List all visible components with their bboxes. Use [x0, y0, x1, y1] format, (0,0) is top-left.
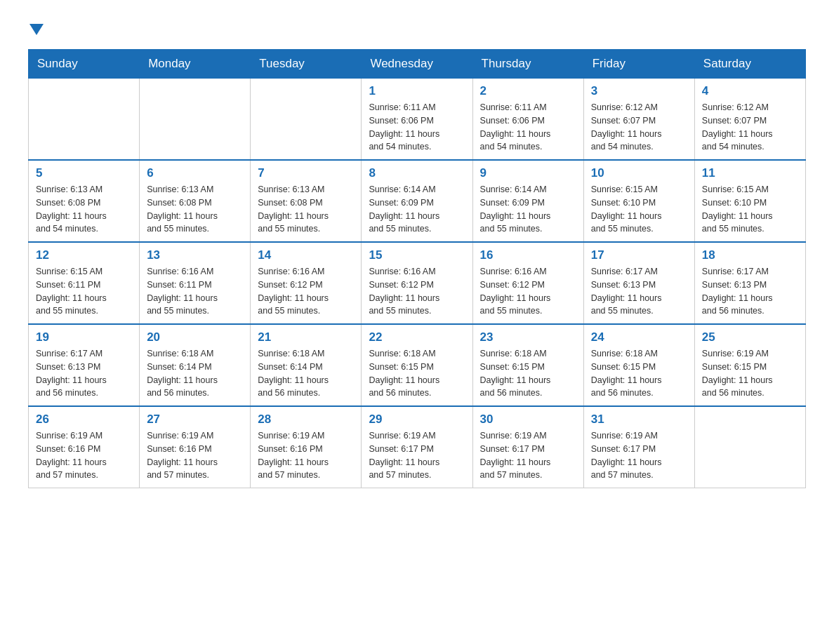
calendar-header-row: SundayMondayTuesdayWednesdayThursdayFrid… — [29, 50, 806, 79]
calendar-header-thursday: Thursday — [472, 50, 583, 79]
calendar-cell: 25Sunrise: 6:19 AM Sunset: 6:15 PM Dayli… — [694, 324, 805, 406]
calendar-cell: 21Sunrise: 6:18 AM Sunset: 6:14 PM Dayli… — [251, 324, 362, 406]
day-number: 31 — [591, 412, 687, 427]
calendar-header-saturday: Saturday — [694, 50, 805, 79]
day-info: Sunrise: 6:14 AM Sunset: 6:09 PM Dayligh… — [480, 183, 576, 236]
calendar-cell — [251, 79, 362, 161]
calendar-cell: 14Sunrise: 6:16 AM Sunset: 6:12 PM Dayli… — [251, 242, 362, 324]
day-number: 24 — [591, 330, 687, 344]
calendar-cell: 10Sunrise: 6:15 AM Sunset: 6:10 PM Dayli… — [583, 160, 694, 242]
day-number: 11 — [702, 166, 798, 180]
day-number: 8 — [369, 166, 465, 180]
calendar-week-row: 5Sunrise: 6:13 AM Sunset: 6:08 PM Daylig… — [29, 160, 806, 242]
day-info: Sunrise: 6:16 AM Sunset: 6:12 PM Dayligh… — [480, 265, 576, 318]
calendar-cell: 26Sunrise: 6:19 AM Sunset: 6:16 PM Dayli… — [29, 406, 140, 488]
day-number: 17 — [591, 248, 687, 262]
day-number: 19 — [36, 330, 132, 344]
day-number: 23 — [480, 330, 576, 344]
day-number: 22 — [369, 330, 465, 344]
calendar-cell: 3Sunrise: 6:12 AM Sunset: 6:07 PM Daylig… — [583, 79, 694, 161]
day-number: 9 — [480, 166, 576, 180]
calendar-week-row: 1Sunrise: 6:11 AM Sunset: 6:06 PM Daylig… — [29, 79, 806, 161]
calendar-cell: 23Sunrise: 6:18 AM Sunset: 6:15 PM Dayli… — [472, 324, 583, 406]
calendar-cell: 31Sunrise: 6:19 AM Sunset: 6:17 PM Dayli… — [583, 406, 694, 488]
day-number: 1 — [369, 84, 465, 98]
calendar-week-row: 19Sunrise: 6:17 AM Sunset: 6:13 PM Dayli… — [29, 324, 806, 406]
calendar-cell: 22Sunrise: 6:18 AM Sunset: 6:15 PM Dayli… — [362, 324, 472, 406]
calendar-cell: 9Sunrise: 6:14 AM Sunset: 6:09 PM Daylig… — [472, 160, 583, 242]
day-number: 29 — [369, 412, 465, 427]
day-number: 3 — [591, 84, 687, 98]
day-number: 15 — [369, 248, 465, 262]
calendar-cell: 8Sunrise: 6:14 AM Sunset: 6:09 PM Daylig… — [362, 160, 472, 242]
day-number: 7 — [258, 166, 354, 180]
calendar-cell: 19Sunrise: 6:17 AM Sunset: 6:13 PM Dayli… — [29, 324, 140, 406]
day-number: 2 — [480, 84, 576, 98]
day-info: Sunrise: 6:13 AM Sunset: 6:08 PM Dayligh… — [147, 183, 243, 236]
calendar-cell: 24Sunrise: 6:18 AM Sunset: 6:15 PM Dayli… — [583, 324, 694, 406]
calendar-table: SundayMondayTuesdayWednesdayThursdayFrid… — [28, 49, 806, 488]
day-info: Sunrise: 6:11 AM Sunset: 6:06 PM Dayligh… — [480, 101, 576, 154]
logo-arrow-icon — [28, 21, 44, 35]
day-info: Sunrise: 6:19 AM Sunset: 6:16 PM Dayligh… — [258, 429, 354, 482]
day-info: Sunrise: 6:15 AM Sunset: 6:10 PM Dayligh… — [702, 183, 798, 236]
calendar-week-row: 26Sunrise: 6:19 AM Sunset: 6:16 PM Dayli… — [29, 406, 806, 488]
day-info: Sunrise: 6:15 AM Sunset: 6:10 PM Dayligh… — [591, 183, 687, 236]
calendar-header-tuesday: Tuesday — [251, 50, 362, 79]
calendar-header-friday: Friday — [583, 50, 694, 79]
day-info: Sunrise: 6:18 AM Sunset: 6:15 PM Dayligh… — [369, 347, 465, 400]
day-info: Sunrise: 6:18 AM Sunset: 6:14 PM Dayligh… — [147, 347, 243, 400]
calendar-cell: 1Sunrise: 6:11 AM Sunset: 6:06 PM Daylig… — [362, 79, 472, 161]
calendar-header-sunday: Sunday — [29, 50, 140, 79]
day-number: 26 — [36, 412, 132, 427]
calendar-cell: 16Sunrise: 6:16 AM Sunset: 6:12 PM Dayli… — [472, 242, 583, 324]
calendar-cell: 29Sunrise: 6:19 AM Sunset: 6:17 PM Dayli… — [362, 406, 472, 488]
calendar-header-monday: Monday — [140, 50, 251, 79]
calendar-cell: 7Sunrise: 6:13 AM Sunset: 6:08 PM Daylig… — [251, 160, 362, 242]
day-number: 5 — [36, 166, 132, 180]
day-info: Sunrise: 6:19 AM Sunset: 6:17 PM Dayligh… — [369, 429, 465, 482]
day-number: 10 — [591, 166, 687, 180]
day-info: Sunrise: 6:12 AM Sunset: 6:07 PM Dayligh… — [591, 101, 687, 154]
calendar-cell: 5Sunrise: 6:13 AM Sunset: 6:08 PM Daylig… — [29, 160, 140, 242]
calendar-cell — [29, 79, 140, 161]
day-number: 16 — [480, 248, 576, 262]
day-info: Sunrise: 6:19 AM Sunset: 6:16 PM Dayligh… — [36, 429, 132, 482]
day-info: Sunrise: 6:16 AM Sunset: 6:11 PM Dayligh… — [147, 265, 243, 318]
day-info: Sunrise: 6:13 AM Sunset: 6:08 PM Dayligh… — [36, 183, 132, 236]
calendar-cell: 30Sunrise: 6:19 AM Sunset: 6:17 PM Dayli… — [472, 406, 583, 488]
day-info: Sunrise: 6:19 AM Sunset: 6:15 PM Dayligh… — [702, 347, 798, 400]
day-info: Sunrise: 6:18 AM Sunset: 6:15 PM Dayligh… — [480, 347, 576, 400]
calendar-cell: 2Sunrise: 6:11 AM Sunset: 6:06 PM Daylig… — [472, 79, 583, 161]
day-info: Sunrise: 6:15 AM Sunset: 6:11 PM Dayligh… — [36, 265, 132, 318]
day-number: 30 — [480, 412, 576, 427]
calendar-cell: 15Sunrise: 6:16 AM Sunset: 6:12 PM Dayli… — [362, 242, 472, 324]
calendar-cell: 28Sunrise: 6:19 AM Sunset: 6:16 PM Dayli… — [251, 406, 362, 488]
day-number: 6 — [147, 166, 243, 180]
day-number: 28 — [258, 412, 354, 427]
calendar-cell: 13Sunrise: 6:16 AM Sunset: 6:11 PM Dayli… — [140, 242, 251, 324]
day-info: Sunrise: 6:17 AM Sunset: 6:13 PM Dayligh… — [591, 265, 687, 318]
calendar-cell: 27Sunrise: 6:19 AM Sunset: 6:16 PM Dayli… — [140, 406, 251, 488]
day-number: 4 — [702, 84, 798, 98]
day-info: Sunrise: 6:12 AM Sunset: 6:07 PM Dayligh… — [702, 101, 798, 154]
page-header — [28, 21, 806, 35]
calendar-week-row: 12Sunrise: 6:15 AM Sunset: 6:11 PM Dayli… — [29, 242, 806, 324]
day-info: Sunrise: 6:19 AM Sunset: 6:16 PM Dayligh… — [147, 429, 243, 482]
day-number: 21 — [258, 330, 354, 344]
day-info: Sunrise: 6:17 AM Sunset: 6:13 PM Dayligh… — [702, 265, 798, 318]
day-info: Sunrise: 6:11 AM Sunset: 6:06 PM Dayligh… — [369, 101, 465, 154]
day-info: Sunrise: 6:13 AM Sunset: 6:08 PM Dayligh… — [258, 183, 354, 236]
day-info: Sunrise: 6:16 AM Sunset: 6:12 PM Dayligh… — [369, 265, 465, 318]
calendar-cell: 11Sunrise: 6:15 AM Sunset: 6:10 PM Dayli… — [694, 160, 805, 242]
day-info: Sunrise: 6:18 AM Sunset: 6:15 PM Dayligh… — [591, 347, 687, 400]
calendar-cell: 18Sunrise: 6:17 AM Sunset: 6:13 PM Dayli… — [694, 242, 805, 324]
logo — [28, 21, 44, 35]
day-info: Sunrise: 6:19 AM Sunset: 6:17 PM Dayligh… — [480, 429, 576, 482]
day-info: Sunrise: 6:19 AM Sunset: 6:17 PM Dayligh… — [591, 429, 687, 482]
day-number: 20 — [147, 330, 243, 344]
day-number: 13 — [147, 248, 243, 262]
day-info: Sunrise: 6:17 AM Sunset: 6:13 PM Dayligh… — [36, 347, 132, 400]
calendar-cell: 6Sunrise: 6:13 AM Sunset: 6:08 PM Daylig… — [140, 160, 251, 242]
day-number: 25 — [702, 330, 798, 344]
